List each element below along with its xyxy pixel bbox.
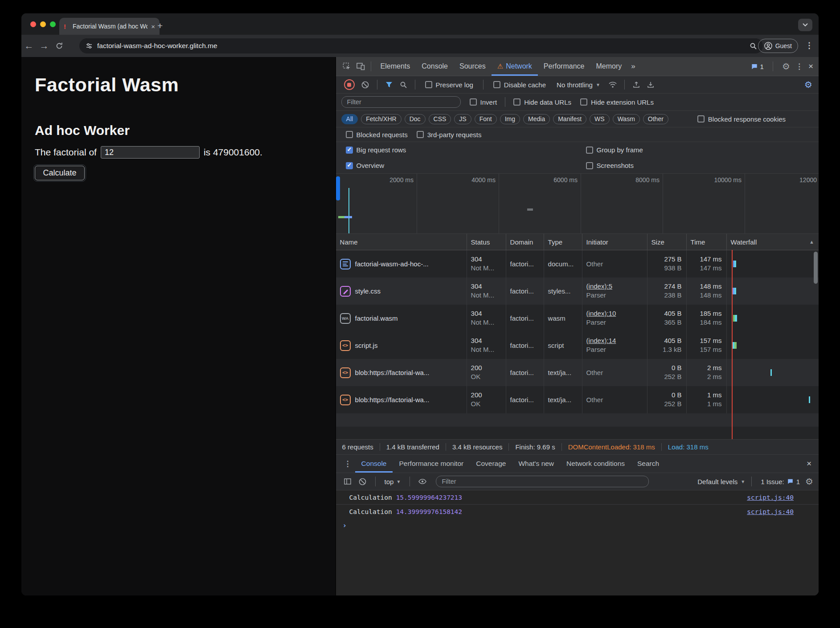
- checkbox[interactable]: [697, 115, 705, 122]
- console-sidebar-icon[interactable]: [341, 478, 354, 485]
- request-row-wasm[interactable]: WAfactorial.wasm 304Not M... factori... …: [336, 305, 819, 332]
- browser-tab[interactable]: ! Factorial Wasm (ad hoc Work ×: [59, 18, 160, 35]
- browser-menu-icon[interactable]: ⋮: [805, 41, 813, 50]
- checkbox[interactable]: [470, 98, 477, 106]
- initiator-link[interactable]: (index):10: [586, 309, 647, 318]
- big-request-rows-checkbox[interactable]: Big request rows: [346, 146, 406, 154]
- checkbox[interactable]: [513, 98, 520, 106]
- checkbox[interactable]: [493, 81, 500, 88]
- drawer-tab-search[interactable]: Search: [631, 455, 665, 473]
- network-overview-timeline[interactable]: 2000 ms 4000 ms 6000 ms 8000 ms 10000 ms…: [336, 174, 819, 234]
- address-bar[interactable]: factorial-wasm-ad-hoc-worker.glitch.me: [79, 38, 763, 53]
- request-row-script[interactable]: <>script.js 304Not M... factori... scrip…: [336, 332, 819, 359]
- column-status[interactable]: Status: [467, 234, 506, 250]
- chip-font[interactable]: Font: [475, 114, 497, 124]
- column-waterfall[interactable]: Waterfall▲: [727, 234, 819, 250]
- back-button[interactable]: ←: [21, 41, 37, 51]
- initiator-link[interactable]: (index):5: [586, 282, 647, 291]
- column-initiator[interactable]: Initiator: [582, 234, 647, 250]
- clear-network-log-icon[interactable]: [359, 81, 372, 89]
- chip-media[interactable]: Media: [523, 114, 550, 124]
- drawer-menu-icon[interactable]: ⋮: [340, 459, 355, 469]
- search-icon[interactable]: [397, 81, 410, 88]
- zoom-indicator-icon[interactable]: [750, 42, 757, 49]
- checkbox-checked[interactable]: [346, 162, 353, 169]
- blocked-response-cookies-checkbox[interactable]: Blocked response cookies: [697, 115, 786, 123]
- console-message[interactable]: Calculation 15.59999964237213 script.js:…: [336, 490, 819, 505]
- disable-cache-checkbox[interactable]: Disable cache: [493, 81, 546, 89]
- checkbox-checked[interactable]: [346, 147, 353, 154]
- column-domain[interactable]: Domain: [506, 234, 544, 250]
- chip-wasm[interactable]: Wasm: [613, 114, 640, 124]
- source-link[interactable]: script.js:40: [747, 494, 794, 501]
- drawer-tab-network-conditions[interactable]: Network conditions: [560, 455, 631, 473]
- request-row-blob[interactable]: <>blob:https://factorial-wa... 200OK fac…: [336, 386, 819, 413]
- devtools-close-icon[interactable]: ×: [808, 61, 813, 71]
- clear-console-icon[interactable]: [356, 478, 369, 485]
- throttling-select[interactable]: No throttling ▼: [557, 81, 600, 89]
- settings-gear-icon[interactable]: ⚙: [782, 62, 790, 71]
- invert-checkbox[interactable]: Invert: [470, 98, 497, 106]
- request-row-stylesheet[interactable]: style.css 304Not M... factori... styles.…: [336, 277, 819, 305]
- chip-all[interactable]: All: [341, 114, 358, 124]
- timeline-selection-handle[interactable]: [336, 176, 340, 200]
- checkbox[interactable]: [425, 81, 432, 88]
- chip-css[interactable]: CSS: [429, 114, 451, 124]
- chip-img[interactable]: Img: [500, 114, 520, 124]
- drawer-tab-whats-new[interactable]: What's new: [512, 455, 560, 473]
- tab-network[interactable]: ⚠Network: [492, 57, 538, 76]
- drawer-tab-performance-monitor[interactable]: Performance monitor: [393, 455, 470, 473]
- third-party-requests-checkbox[interactable]: 3rd-party requests: [417, 131, 482, 139]
- console-message[interactable]: Calculation 14.39999976158142 script.js:…: [336, 505, 819, 518]
- devtools-menu-icon[interactable]: ⋮: [795, 62, 803, 71]
- device-toolbar-icon[interactable]: [354, 62, 367, 70]
- console-prompt[interactable]: ›: [336, 518, 819, 532]
- column-type[interactable]: Type: [544, 234, 582, 250]
- checkbox[interactable]: [586, 147, 593, 154]
- network-filter-input[interactable]: [341, 96, 461, 108]
- log-levels-select[interactable]: Default levels ▼: [697, 478, 745, 485]
- issues-counter[interactable]: 1 Issue: 1: [761, 478, 800, 485]
- tab-performance[interactable]: Performance: [538, 57, 590, 76]
- forward-button[interactable]: →: [37, 41, 52, 51]
- source-link[interactable]: script.js:40: [747, 508, 794, 515]
- column-time[interactable]: Time: [687, 234, 727, 250]
- maximize-window-button[interactable]: [50, 21, 56, 27]
- checkbox[interactable]: [586, 162, 593, 169]
- issues-button[interactable]: 1: [751, 63, 764, 70]
- filter-funnel-icon[interactable]: [383, 82, 395, 88]
- blocked-requests-checkbox[interactable]: Blocked requests: [346, 131, 408, 139]
- checkbox[interactable]: [417, 131, 424, 138]
- chip-fetch-xhr[interactable]: Fetch/XHR: [361, 114, 401, 124]
- checkbox[interactable]: [346, 131, 353, 138]
- profile-button[interactable]: Guest: [758, 39, 798, 53]
- request-row-document[interactable]: factorial-wasm-ad-hoc-... 304Not M... fa…: [336, 250, 819, 277]
- console-settings-gear-icon[interactable]: ⚙: [805, 477, 813, 486]
- network-conditions-icon[interactable]: [606, 81, 619, 88]
- record-network-log-button[interactable]: [344, 79, 355, 90]
- initiator-link[interactable]: (index):14: [586, 336, 647, 345]
- table-scrollbar[interactable]: [814, 252, 818, 284]
- close-window-button[interactable]: [30, 21, 36, 27]
- context-selector[interactable]: top ▼: [385, 478, 401, 485]
- eye-icon[interactable]: [416, 479, 429, 484]
- reload-button[interactable]: [52, 42, 67, 50]
- screenshots-checkbox[interactable]: Screenshots: [586, 162, 634, 169]
- checkbox[interactable]: [580, 98, 587, 106]
- drawer-tab-coverage[interactable]: Coverage: [470, 455, 512, 473]
- group-by-frame-checkbox[interactable]: Group by frame: [586, 146, 643, 154]
- tab-search-button[interactable]: [798, 19, 812, 31]
- chip-js[interactable]: JS: [454, 114, 471, 124]
- calculate-button[interactable]: Calculate: [35, 166, 85, 180]
- chip-manifest[interactable]: Manifest: [553, 114, 586, 124]
- tab-console[interactable]: Console: [416, 57, 454, 76]
- drawer-tab-console[interactable]: Console: [355, 455, 393, 473]
- minimize-window-button[interactable]: [40, 21, 46, 27]
- tab-sources[interactable]: Sources: [454, 57, 492, 76]
- tab-close-icon[interactable]: ×: [151, 23, 155, 30]
- hide-extension-urls-checkbox[interactable]: Hide extension URLs: [580, 98, 654, 106]
- import-har-icon[interactable]: [630, 81, 643, 88]
- tab-memory[interactable]: Memory: [590, 57, 627, 76]
- new-tab-button[interactable]: +: [157, 21, 163, 30]
- network-settings-gear-icon[interactable]: ⚙: [804, 80, 819, 89]
